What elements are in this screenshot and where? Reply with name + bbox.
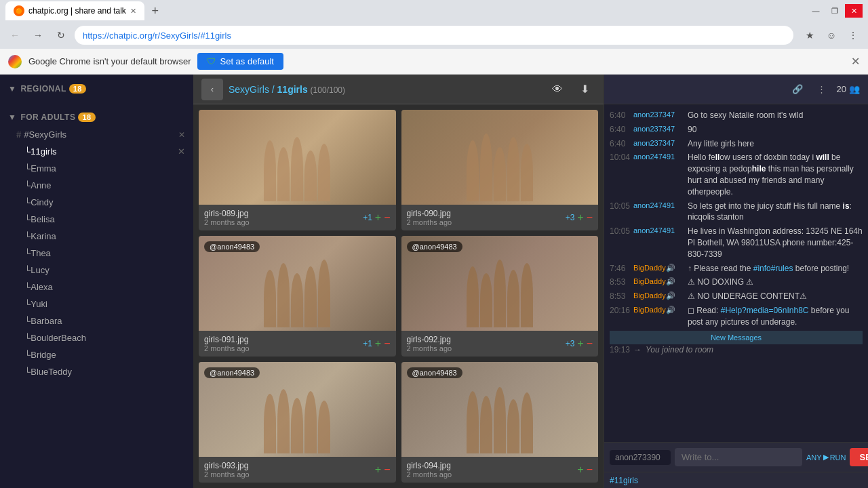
regional-header[interactable]: ▼ REGIONAL 18 bbox=[0, 80, 193, 98]
sexy-girls-group[interactable]: # #SexyGirls ✕ bbox=[0, 126, 193, 143]
channel-yuki[interactable]: └ Yuki bbox=[0, 296, 193, 312]
branch-icon: └ bbox=[24, 367, 31, 377]
msg-user[interactable]: anon237347 bbox=[633, 110, 688, 121]
regional-badge: 18 bbox=[69, 84, 86, 94]
info-link[interactable]: #info#rules bbox=[753, 264, 793, 273]
gallery-item-091[interactable]: @anon49483 girls-091.jpg 2 months ago bbox=[199, 236, 396, 357]
gallery-info-089: girls-089.jpg 2 months ago +1 + − bbox=[199, 205, 396, 230]
channel-lucy[interactable]: └ Lucy bbox=[0, 262, 193, 279]
for-adults-label: FOR ADULTS bbox=[20, 113, 75, 122]
gallery-content: girls-089.jpg 2 months ago +1 + − bbox=[193, 104, 604, 488]
channel-emma[interactable]: └ Emma bbox=[0, 160, 193, 177]
msg-user-mod[interactable]: BigDaddy🔊 bbox=[633, 291, 688, 302]
vote-plus-093[interactable]: + bbox=[375, 464, 381, 476]
msg-user[interactable]: anon237347 bbox=[633, 124, 688, 136]
vote-plus-091[interactable]: + bbox=[375, 338, 381, 350]
notification-close-button[interactable]: ✕ bbox=[851, 55, 860, 68]
forward-button[interactable]: → bbox=[28, 26, 47, 45]
channel-blueteddy[interactable]: └ BlueTeddy bbox=[0, 363, 193, 380]
new-messages-bar[interactable]: New Messages bbox=[610, 331, 863, 344]
close-channel-button[interactable]: ✕ bbox=[178, 146, 185, 157]
channel-belisa[interactable]: └ Belisa bbox=[0, 211, 193, 228]
chat-menu-icon[interactable]: ⋮ bbox=[812, 80, 831, 99]
vote-minus-093[interactable]: − bbox=[384, 464, 390, 476]
channel-karina[interactable]: └ Karina bbox=[0, 228, 193, 245]
msg-user[interactable]: anon247491 bbox=[633, 201, 688, 224]
profile-icon[interactable]: ☺ bbox=[822, 26, 841, 45]
msg-time: 7:46 bbox=[610, 263, 633, 274]
vote-plus-090[interactable]: + bbox=[577, 211, 583, 224]
gallery-title: SexyGirls / 11girls (100/100) bbox=[229, 84, 541, 95]
msg-content: ◻ Read: #Help?media=06nInh8C before you … bbox=[688, 305, 863, 328]
msg-user[interactable]: anon247491 bbox=[633, 226, 688, 260]
channel-anne[interactable]: └ Anne bbox=[0, 177, 193, 194]
chat-input[interactable] bbox=[675, 448, 802, 466]
for-adults-header[interactable]: ▼ FOR ADULTS 18 bbox=[0, 108, 193, 126]
msg-time: 8:53 bbox=[610, 291, 633, 302]
regional-section: ▼ REGIONAL 18 bbox=[0, 75, 193, 103]
vote-minus-091[interactable]: − bbox=[384, 338, 390, 350]
back-button[interactable]: ← bbox=[5, 26, 24, 45]
branch-icon: └ bbox=[24, 316, 31, 326]
msg-content: 90 bbox=[688, 124, 696, 136]
channel-cindy[interactable]: └ Cindy bbox=[0, 194, 193, 211]
chat-message-5: 10:05 anon247491 So lets get into the ju… bbox=[610, 201, 863, 224]
vote-count-092: +3 bbox=[566, 339, 575, 348]
msg-user-mod[interactable]: BigDaddy🔊 bbox=[633, 305, 688, 328]
channel-barbara[interactable]: └ Barbara bbox=[0, 312, 193, 329]
menu-icon[interactable]: ⋮ bbox=[844, 26, 863, 45]
close-button[interactable]: ✕ bbox=[845, 4, 863, 18]
channel-name: BlueTeddy bbox=[31, 367, 72, 377]
close-group-button[interactable]: ✕ bbox=[178, 130, 185, 140]
channel-bridge[interactable]: └ Bridge bbox=[0, 346, 193, 363]
minimize-button[interactable]: — bbox=[807, 4, 825, 18]
msg-content: He lives in Washington address: 13245 NE… bbox=[688, 226, 863, 260]
active-tab[interactable]: 🟠 chatpic.org | share and talk ✕ bbox=[5, 1, 144, 20]
msg-user-mod[interactable]: BigDaddy🔊 bbox=[633, 277, 688, 288]
gallery-back-button[interactable]: ‹ bbox=[201, 79, 223, 100]
msg-time: 19:13 bbox=[610, 344, 633, 356]
vote-minus-092[interactable]: − bbox=[587, 338, 593, 350]
view-icon[interactable]: 👁 bbox=[547, 79, 568, 100]
window-controls: — ❐ ✕ bbox=[807, 4, 863, 18]
set-default-button[interactable]: 🛡 Set as default bbox=[197, 53, 283, 70]
new-tab-button[interactable]: + bbox=[147, 3, 163, 19]
gallery-filename-093: girls-093.jpg bbox=[204, 461, 250, 470]
gallery-thumb-093: @anon49483 bbox=[199, 362, 396, 457]
channel-alexa[interactable]: └ Alexa bbox=[0, 279, 193, 296]
gallery-date-093: 2 months ago bbox=[204, 470, 250, 479]
gallery-item-092[interactable]: @anon49483 girls-092.jpg 2 months ago bbox=[401, 236, 599, 357]
send-button[interactable]: SEND bbox=[850, 448, 868, 466]
tab-close-button[interactable]: ✕ bbox=[130, 7, 136, 16]
gallery-votes-092: +3 + − bbox=[566, 338, 593, 350]
gallery-date-094: 2 months ago bbox=[407, 470, 452, 479]
download-icon[interactable]: ⬇ bbox=[574, 79, 595, 100]
msg-user[interactable]: anon237347 bbox=[633, 138, 688, 150]
address-input[interactable] bbox=[75, 26, 793, 45]
bookmark-icon[interactable]: ★ bbox=[800, 26, 819, 45]
vote-minus-089[interactable]: − bbox=[384, 211, 390, 224]
gallery-item-094[interactable]: @anon49483 girls-094.jpg 2 months ago bbox=[401, 362, 599, 483]
link-icon[interactable]: 🔗 bbox=[788, 80, 807, 99]
channel-thea[interactable]: └ Thea bbox=[0, 245, 193, 262]
vote-minus-094[interactable]: − bbox=[587, 464, 593, 476]
maximize-button[interactable]: ❐ bbox=[826, 4, 844, 18]
vote-plus-092[interactable]: + bbox=[577, 338, 583, 350]
refresh-button[interactable]: ↻ bbox=[52, 26, 71, 45]
gallery-item-093[interactable]: @anon49483 girls-093.jpg 2 months ago bbox=[199, 362, 396, 483]
vote-plus-094[interactable]: + bbox=[577, 464, 583, 476]
msg-user-mod[interactable]: BigDaddy🔊 bbox=[633, 263, 688, 274]
chat-message-10: 20:16 BigDaddy🔊 ◻ Read: #Help?media=06nI… bbox=[610, 305, 863, 328]
channel-11girls[interactable]: └ 11girls ✕ bbox=[0, 143, 193, 160]
msg-content: ↑ Please read the #info#rules before pos… bbox=[688, 263, 849, 274]
gallery-filename-090: girls-090.jpg bbox=[407, 209, 452, 218]
hashtag-tag: #11girls bbox=[610, 476, 638, 485]
vote-minus-090[interactable]: − bbox=[587, 211, 593, 224]
gallery-item-090[interactable]: girls-090.jpg 2 months ago +3 + − bbox=[401, 110, 599, 230]
vote-plus-089[interactable]: + bbox=[375, 211, 381, 224]
channel-boulderbeach[interactable]: └ BoulderBeach bbox=[0, 329, 193, 346]
msg-user[interactable]: anon247491 bbox=[633, 152, 688, 197]
gallery-votes-094: + − bbox=[577, 464, 593, 476]
help-link[interactable]: #Help?media=06nInh8C bbox=[721, 306, 809, 315]
gallery-item-089[interactable]: girls-089.jpg 2 months ago +1 + − bbox=[199, 110, 396, 230]
